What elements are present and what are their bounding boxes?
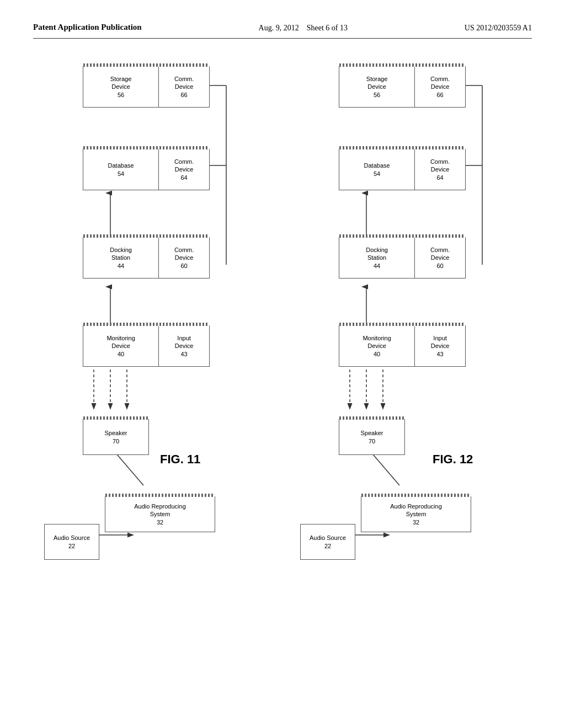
- fig11-audio-reproducing-box: Audio ReproducingSystem32: [105, 496, 215, 532]
- fig11-storage-box: StorageDevice56 Comm.Device66: [83, 66, 210, 108]
- fig11-docking-box: DockingStation44 Comm.Device60: [83, 237, 210, 279]
- fig12-docking-box: DockingStation44 Comm.Device60: [339, 237, 466, 279]
- header-date-sheet: Aug. 9, 2012 Sheet 6 of 13: [259, 22, 348, 34]
- fig12-audio-reproducing-box: Audio ReproducingSystem32: [361, 496, 471, 532]
- diagrams-container: StorageDevice56 Comm.Device66 Database54…: [33, 55, 532, 662]
- fig11-audio-source-box: Audio Source22: [44, 524, 99, 560]
- fig11-database-box: Database54 Comm.Device64: [83, 149, 210, 190]
- header-patent-number: US 2012/0203559 A1: [465, 22, 532, 34]
- fig12-monitoring-box: MonitoringDevice40 InputDevice43: [339, 325, 466, 367]
- fig11-speaker-box: Speaker70: [83, 419, 149, 455]
- page: Patent Application Publication Aug. 9, 2…: [0, 0, 565, 728]
- fig12-audio-source-box: Audio Source22: [300, 524, 355, 560]
- fig11-monitoring-box: MonitoringDevice40 InputDevice43: [83, 325, 210, 367]
- fig12-storage-box: StorageDevice56 Comm.Device66: [339, 66, 466, 108]
- fig12-database-box: Database54 Comm.Device64: [339, 149, 466, 190]
- header: Patent Application Publication Aug. 9, 2…: [33, 22, 532, 39]
- fig12-label: FIG. 12: [433, 452, 473, 467]
- fig11-label: FIG. 11: [160, 452, 200, 467]
- fig11-diagram: StorageDevice56 Comm.Device66 Database54…: [39, 55, 270, 662]
- fig12-diagram: StorageDevice56 Comm.Device66 Database54…: [295, 55, 526, 662]
- header-publication-label: Patent Application Publication: [33, 22, 142, 33]
- fig12-speaker-box: Speaker70: [339, 419, 405, 455]
